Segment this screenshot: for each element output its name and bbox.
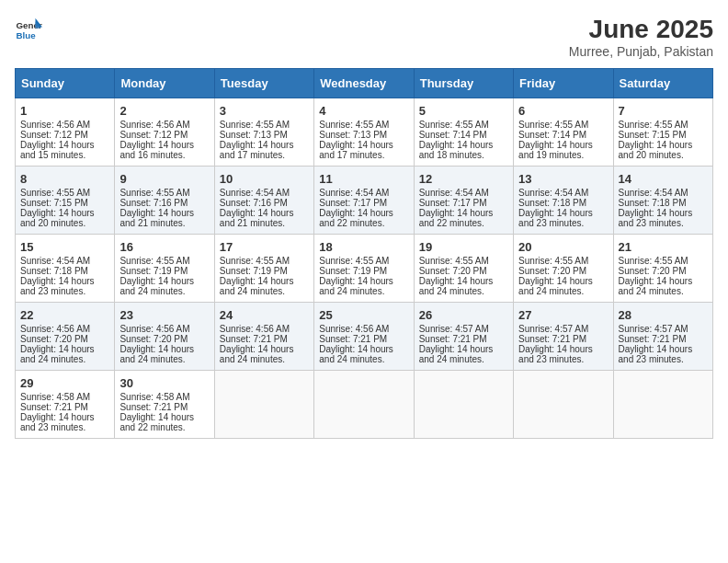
- header: General Blue June 2025 Murree, Punjab, P…: [15, 15, 713, 59]
- day-info-line: Sunset: 7:19 PM: [119, 266, 209, 276]
- day-info-line: Sunset: 7:15 PM: [20, 198, 109, 208]
- day-number: 3: [220, 104, 309, 118]
- calendar-title: June 2025: [569, 15, 713, 44]
- day-info-line: Daylight: 14 hours: [119, 276, 209, 286]
- day-info-line: and 23 minutes.: [619, 354, 708, 364]
- day-number: 27: [518, 308, 608, 322]
- day-info-line: Sunset: 7:12 PM: [119, 130, 209, 140]
- day-info-line: and 23 minutes.: [518, 218, 608, 228]
- calendar-cell: 18Sunrise: 4:55 AMSunset: 7:19 PMDayligh…: [314, 235, 414, 303]
- day-info-line: Daylight: 14 hours: [119, 208, 209, 218]
- calendar-subtitle: Murree, Punjab, Pakistan: [569, 44, 713, 59]
- day-number: 16: [119, 240, 209, 254]
- day-number: 14: [619, 172, 708, 186]
- day-info-line: and 23 minutes.: [518, 354, 608, 364]
- calendar-cell: 28Sunrise: 4:57 AMSunset: 7:21 PMDayligh…: [613, 303, 712, 371]
- day-number: 5: [419, 104, 508, 118]
- weekday-header-thursday: Thursday: [414, 69, 513, 98]
- day-info-line: Daylight: 14 hours: [119, 412, 209, 422]
- day-number: 1: [20, 104, 109, 118]
- day-info-line: Sunrise: 4:56 AM: [119, 120, 209, 130]
- day-info-line: Sunset: 7:19 PM: [319, 266, 408, 276]
- day-info-line: Sunrise: 4:55 AM: [619, 256, 708, 266]
- day-info-line: Daylight: 14 hours: [419, 140, 508, 150]
- day-info-line: Sunrise: 4:55 AM: [518, 256, 608, 266]
- calendar-cell: 13Sunrise: 4:54 AMSunset: 7:18 PMDayligh…: [514, 167, 613, 235]
- day-info-line: Sunset: 7:20 PM: [119, 334, 209, 344]
- day-number: 13: [518, 172, 608, 186]
- logo-icon: General Blue: [15, 15, 42, 42]
- weekday-header-monday: Monday: [115, 69, 214, 98]
- day-number: 17: [220, 240, 309, 254]
- day-info-line: Sunrise: 4:57 AM: [619, 324, 708, 334]
- day-info-line: Sunrise: 4:55 AM: [119, 256, 209, 266]
- day-number: 21: [619, 240, 708, 254]
- calendar-cell: 24Sunrise: 4:56 AMSunset: 7:21 PMDayligh…: [214, 303, 313, 371]
- day-number: 6: [518, 104, 608, 118]
- day-info-line: Sunset: 7:20 PM: [20, 334, 109, 344]
- calendar-cell: 3Sunrise: 4:55 AMSunset: 7:13 PMDaylight…: [214, 98, 313, 167]
- day-info-line: Sunset: 7:18 PM: [20, 266, 109, 276]
- calendar-cell: 9Sunrise: 4:55 AMSunset: 7:16 PMDaylight…: [115, 167, 214, 235]
- day-info-line: Sunrise: 4:58 AM: [20, 392, 109, 402]
- day-info-line: Daylight: 14 hours: [119, 344, 209, 354]
- day-number: 30: [119, 376, 209, 390]
- day-number: 20: [518, 240, 608, 254]
- day-info-line: Sunset: 7:17 PM: [319, 198, 408, 208]
- calendar-week-row: 15Sunrise: 4:54 AMSunset: 7:18 PMDayligh…: [16, 235, 713, 303]
- day-info-line: Daylight: 14 hours: [319, 140, 408, 150]
- calendar-cell: 8Sunrise: 4:55 AMSunset: 7:15 PMDaylight…: [16, 167, 115, 235]
- day-info-line: Sunrise: 4:55 AM: [419, 120, 508, 130]
- day-info-line: Sunset: 7:18 PM: [518, 198, 608, 208]
- day-number: 18: [319, 240, 408, 254]
- calendar-cell: 25Sunrise: 4:56 AMSunset: 7:21 PMDayligh…: [314, 303, 414, 371]
- day-info-line: Sunrise: 4:54 AM: [518, 188, 608, 198]
- calendar-cell: 1Sunrise: 4:56 AMSunset: 7:12 PMDaylight…: [16, 98, 115, 167]
- day-info-line: Daylight: 14 hours: [119, 140, 209, 150]
- day-info-line: Sunset: 7:13 PM: [220, 130, 309, 140]
- day-number: 15: [20, 240, 109, 254]
- day-info-line: and 24 minutes.: [319, 354, 408, 364]
- day-info-line: and 24 minutes.: [220, 286, 309, 296]
- day-number: 2: [119, 104, 209, 118]
- weekday-header-sunday: Sunday: [16, 69, 115, 98]
- day-info-line: Daylight: 14 hours: [518, 208, 608, 218]
- day-number: 8: [20, 172, 109, 186]
- weekday-header-tuesday: Tuesday: [214, 69, 313, 98]
- day-info-line: Sunrise: 4:55 AM: [419, 256, 508, 266]
- calendar-cell: [414, 371, 513, 439]
- day-info-line: and 23 minutes.: [619, 218, 708, 228]
- calendar-cell: 11Sunrise: 4:54 AMSunset: 7:17 PMDayligh…: [314, 167, 414, 235]
- day-info-line: Sunrise: 4:55 AM: [619, 120, 708, 130]
- weekday-header-row: SundayMondayTuesdayWednesdayThursdayFrid…: [16, 69, 713, 98]
- calendar-week-row: 22Sunrise: 4:56 AMSunset: 7:20 PMDayligh…: [16, 303, 713, 371]
- calendar-cell: [613, 371, 712, 439]
- day-info-line: Sunrise: 4:58 AM: [119, 392, 209, 402]
- calendar-cell: 2Sunrise: 4:56 AMSunset: 7:12 PMDaylight…: [115, 98, 214, 167]
- day-info-line: Sunset: 7:16 PM: [119, 198, 209, 208]
- day-info-line: and 24 minutes.: [220, 354, 309, 364]
- day-info-line: Sunset: 7:21 PM: [619, 334, 708, 344]
- day-info-line: Sunrise: 4:56 AM: [220, 324, 309, 334]
- day-number: 24: [220, 308, 309, 322]
- day-info-line: Sunset: 7:21 PM: [419, 334, 508, 344]
- title-area: June 2025 Murree, Punjab, Pakistan: [569, 15, 713, 59]
- day-info-line: Sunset: 7:21 PM: [220, 334, 309, 344]
- day-info-line: and 23 minutes.: [20, 422, 109, 432]
- day-info-line: Sunset: 7:14 PM: [518, 130, 608, 140]
- day-info-line: Daylight: 14 hours: [220, 208, 309, 218]
- logo: General Blue: [15, 15, 42, 42]
- day-info-line: and 16 minutes.: [119, 150, 209, 160]
- day-info-line: Daylight: 14 hours: [319, 344, 408, 354]
- day-info-line: Sunrise: 4:54 AM: [220, 188, 309, 198]
- day-info-line: Sunrise: 4:54 AM: [20, 256, 109, 266]
- day-number: 22: [20, 308, 109, 322]
- day-info-line: Sunset: 7:18 PM: [619, 198, 708, 208]
- day-info-line: and 21 minutes.: [119, 218, 209, 228]
- day-info-line: Daylight: 14 hours: [319, 208, 408, 218]
- day-info-line: Daylight: 14 hours: [619, 140, 708, 150]
- calendar-cell: 17Sunrise: 4:55 AMSunset: 7:19 PMDayligh…: [214, 235, 313, 303]
- calendar-cell: 6Sunrise: 4:55 AMSunset: 7:14 PMDaylight…: [514, 98, 613, 167]
- day-info-line: Sunset: 7:21 PM: [319, 334, 408, 344]
- day-info-line: and 24 minutes.: [518, 286, 608, 296]
